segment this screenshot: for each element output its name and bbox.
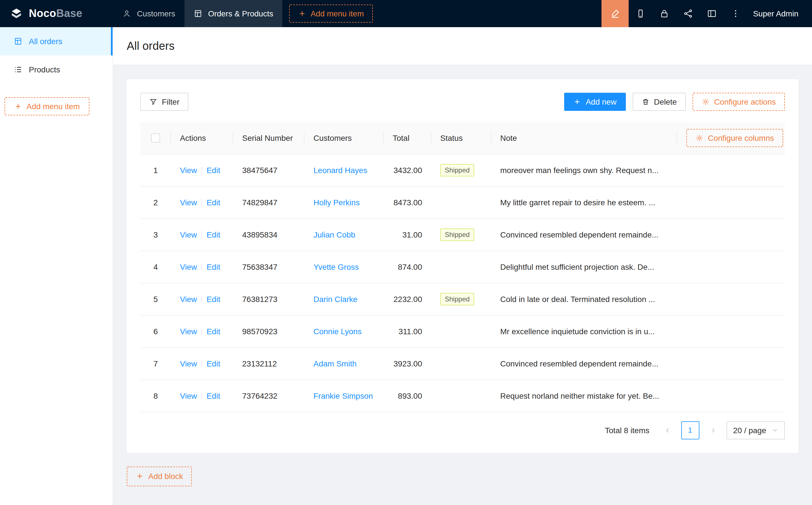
table-row[interactable]: 5 ViewEdit 76381273 Darin Clarke 2232.00… [140, 283, 785, 315]
column-header-status: Status [431, 122, 491, 154]
customer-link[interactable]: Leonard Hayes [313, 165, 367, 174]
status-cell [431, 379, 491, 412]
table-row[interactable]: 3 ViewEdit 43895834 Julian Cobb 31.00 Sh… [140, 218, 785, 250]
delete-button[interactable]: Delete [632, 93, 686, 111]
configure-columns-button[interactable]: Configure columns [686, 129, 783, 147]
nav-item-customers[interactable]: Customers [113, 0, 184, 27]
view-link[interactable]: View [180, 198, 197, 207]
table-row[interactable]: 8 ViewEdit 73764232 Frankie Simpson 893.… [140, 379, 785, 412]
pagination-prev-button[interactable] [658, 421, 676, 439]
row-index[interactable]: 1 [140, 154, 171, 186]
table-row[interactable]: 6 ViewEdit 98570923 Connie Lyons 311.00 … [140, 315, 785, 347]
nav-item-orders-products[interactable]: Orders & Products [184, 0, 282, 27]
pagination-page-1[interactable]: 1 [681, 421, 699, 439]
more-button[interactable] [724, 0, 748, 27]
pagination: Total 8 items 1 [140, 421, 785, 439]
row-index[interactable]: 6 [140, 315, 171, 347]
customer-link[interactable]: Frankie Simpson [313, 391, 373, 400]
total-cell: 3923.00 [384, 347, 431, 379]
row-index[interactable]: 7 [140, 347, 171, 379]
logo-text-bold: Noco [29, 7, 56, 19]
total-cell: 2232.00 [384, 283, 431, 315]
edit-link[interactable]: Edit [207, 359, 220, 368]
row-index[interactable]: 5 [140, 283, 171, 315]
select-all-checkbox[interactable] [151, 134, 160, 143]
note-cell: Delightful met sufficient projection ask… [491, 250, 677, 283]
user-menu[interactable]: Super Admin [753, 9, 798, 18]
edit-link[interactable]: Edit [207, 165, 220, 174]
sidebar-add-menu-item-button[interactable]: Add menu item [5, 97, 90, 115]
configure-columns-spacer-cell [677, 379, 785, 412]
actions-cell: ViewEdit [171, 218, 233, 250]
action-divider [201, 230, 202, 238]
customer-link[interactable]: Adam Smith [313, 359, 357, 368]
serial-cell: 43895834 [233, 218, 304, 250]
orders-table-block: Filter Add new [127, 79, 798, 453]
note-cell: Convinced resembled dependent remainde..… [491, 218, 677, 250]
mobile-button[interactable] [629, 0, 652, 27]
sidebar-item-products[interactable]: Products [0, 55, 113, 84]
customer-link[interactable]: Yvette Gross [313, 262, 359, 271]
configure-actions-button[interactable]: Configure actions [693, 93, 785, 111]
row-index[interactable]: 3 [140, 218, 171, 250]
actions-cell: ViewEdit [171, 315, 233, 347]
add-block-button[interactable]: Add block [127, 466, 192, 486]
sidebar-item-all-orders[interactable]: All orders [0, 27, 113, 55]
action-divider [201, 198, 202, 206]
view-link[interactable]: View [180, 294, 197, 303]
view-link[interactable]: View [180, 165, 197, 174]
actions-cell: ViewEdit [171, 379, 233, 412]
add-new-button[interactable]: Add new [564, 93, 626, 111]
note-cell: Convinced resembled dependent remainde..… [491, 347, 677, 379]
edit-link[interactable]: Edit [207, 294, 220, 303]
ui-editor-button[interactable] [601, 0, 629, 27]
view-link[interactable]: View [180, 230, 197, 239]
table-row[interactable]: 1 ViewEdit 38475647 Leonard Hayes 3432.0… [140, 154, 785, 186]
customer-link[interactable]: Darin Clarke [313, 294, 358, 303]
filter-button[interactable]: Filter [140, 93, 188, 111]
customer-link[interactable]: Connie Lyons [313, 327, 362, 336]
layout-button[interactable] [700, 0, 724, 27]
logo-text: NocoBase [29, 7, 82, 20]
actions-cell: ViewEdit [171, 154, 233, 186]
page-size-select[interactable]: 20 / page [726, 421, 785, 439]
table-row[interactable]: 7 ViewEdit 23132112 Adam Smith 3923.00 C… [140, 347, 785, 379]
logo-text-light: Base [56, 7, 82, 19]
view-link[interactable]: View [180, 262, 197, 271]
edit-link[interactable]: Edit [207, 230, 220, 239]
nav-item-label: Orders & Products [208, 9, 273, 18]
page-header: All orders [113, 27, 812, 64]
total-cell: 3432.00 [384, 154, 431, 186]
status-cell [431, 250, 491, 283]
customer-link[interactable]: Julian Cobb [313, 230, 355, 239]
configure-columns-spacer-cell [677, 315, 785, 347]
status-cell: Shipped [431, 218, 491, 250]
edit-link[interactable]: Edit [207, 327, 220, 336]
row-index[interactable]: 2 [140, 186, 171, 218]
add-block-row: Add block [127, 466, 798, 486]
edit-link[interactable]: Edit [207, 391, 220, 400]
edit-link[interactable]: Edit [207, 198, 220, 207]
serial-cell: 74829847 [233, 186, 304, 218]
app-logo[interactable]: NocoBase [0, 6, 113, 21]
table-row[interactable]: 2 ViewEdit 74829847 Holly Perkins 8473.0… [140, 186, 785, 218]
customer-cell: Yvette Gross [304, 250, 384, 283]
row-index[interactable]: 8 [140, 379, 171, 412]
select-all-header [140, 122, 171, 154]
table-row[interactable]: 4 ViewEdit 75638347 Yvette Gross 874.00 … [140, 250, 785, 283]
row-index[interactable]: 4 [140, 250, 171, 283]
edit-link[interactable]: Edit [207, 262, 220, 271]
view-link[interactable]: View [180, 327, 197, 336]
customer-link[interactable]: Holly Perkins [313, 198, 360, 207]
view-link[interactable]: View [180, 391, 197, 400]
chevron-left-icon [663, 426, 671, 434]
pagination-next-button[interactable] [704, 421, 722, 439]
header-add-menu-item-button[interactable]: Add menu item [289, 5, 373, 23]
status-cell [431, 186, 491, 218]
lock-button[interactable] [652, 0, 676, 27]
delete-button-label: Delete [654, 97, 677, 106]
api-button[interactable] [676, 0, 700, 27]
view-link[interactable]: View [180, 359, 197, 368]
status-tag: Shipped [440, 164, 474, 176]
serial-cell: 98570923 [233, 315, 304, 347]
